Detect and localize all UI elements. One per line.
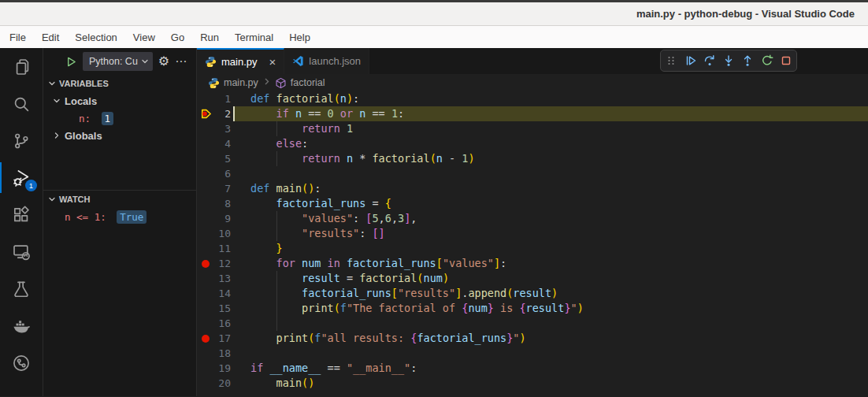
debug-config-dropdown[interactable]: Python: Cu (83, 52, 153, 71)
line-content[interactable]: if __name__ == "__main__": (233, 361, 868, 376)
breakpoint-margin[interactable] (197, 346, 214, 361)
activity-item-extensions[interactable] (0, 196, 43, 233)
breakpoint-margin[interactable] (197, 316, 214, 331)
continue-button[interactable] (682, 52, 699, 69)
breadcrumb-symbol[interactable]: factorial (275, 77, 325, 89)
breakpoint-margin[interactable] (197, 376, 214, 391)
breakpoint-margin[interactable] (197, 301, 214, 316)
menu-item-file[interactable]: File (2, 26, 34, 48)
line-content[interactable]: "values": [5,6,3], (233, 211, 868, 226)
code-line-20[interactable]: 20 main() (197, 376, 868, 391)
step-into-button[interactable] (720, 52, 737, 69)
line-content[interactable]: if n == 0 or n == 1: (233, 106, 868, 121)
menu-item-go[interactable]: Go (163, 26, 192, 48)
code-line-1[interactable]: 1def factorial(n): (197, 91, 868, 106)
code-line-13[interactable]: 13 result = factorial(num) (197, 271, 868, 286)
start-debug-button[interactable] (65, 56, 77, 68)
code-line-17[interactable]: 17 print(f"all results: {factorial_runs}… (197, 331, 868, 346)
breadcrumb-file[interactable]: main.py (208, 77, 258, 89)
watch-section-header[interactable]: WATCH (43, 191, 196, 208)
code-line-4[interactable]: 4 else: (197, 136, 868, 151)
breakpoint-margin[interactable] (197, 166, 214, 181)
code-line-15[interactable]: 15 print(f"The factorial of {num} is {re… (197, 301, 868, 316)
menu-item-help[interactable]: Help (281, 26, 318, 48)
line-content[interactable]: "results": [] (233, 226, 868, 241)
line-content[interactable] (233, 166, 868, 181)
breakpoint-margin[interactable] (197, 211, 214, 226)
activity-item-source-control[interactable] (0, 122, 43, 159)
step-out-button[interactable] (739, 52, 756, 69)
code-line-14[interactable]: 14 factorial_runs["results"].append(resu… (197, 286, 868, 301)
locals-tree-item[interactable]: Locals (43, 92, 196, 109)
line-content[interactable]: def factorial(n): (233, 91, 868, 106)
gear-icon[interactable]: ⚙ (158, 55, 169, 68)
breakpoint-margin[interactable] (197, 196, 214, 211)
variable-row[interactable]: n: 1 (43, 109, 196, 127)
current-frame-breakpoint-icon[interactable] (197, 106, 214, 121)
breakpoint-margin[interactable] (197, 181, 214, 196)
code-line-8[interactable]: 8 factorial_runs = { (197, 196, 868, 211)
breakpoint-margin[interactable] (197, 151, 214, 166)
activity-item-testing[interactable] (0, 270, 43, 307)
activity-item-remote-explorer[interactable] (0, 233, 43, 270)
step-over-button[interactable] (701, 52, 718, 69)
line-content[interactable]: factorial_runs["results"].append(result) (233, 286, 868, 301)
line-content[interactable]: else: (233, 136, 868, 151)
code-line-7[interactable]: 7def main(): (197, 181, 868, 196)
breakpoint-margin[interactable] (197, 121, 214, 136)
line-content[interactable]: } (233, 241, 868, 256)
menu-item-selection[interactable]: Selection (67, 26, 124, 48)
activity-item-run-and-debug[interactable]: 1 (0, 159, 43, 196)
watch-expression-row[interactable]: n <= 1: True (43, 208, 196, 225)
tab-launch.json[interactable]: launch.json (284, 48, 369, 74)
breakpoint-margin[interactable] (197, 271, 214, 286)
menu-item-view[interactable]: View (125, 26, 163, 48)
menu-item-run[interactable]: Run (192, 26, 227, 48)
activity-item-git-graph[interactable] (0, 344, 43, 381)
line-content[interactable]: return 1 (233, 121, 868, 136)
code-line-6[interactable]: 6 (197, 166, 868, 181)
code-line-18[interactable]: 18 (197, 346, 868, 361)
line-content[interactable]: factorial_runs = { (233, 196, 868, 211)
line-content[interactable]: print(f"The factorial of {num} is {resul… (233, 301, 868, 316)
line-content[interactable]: print(f"all results: {factorial_runs}") (233, 331, 868, 346)
line-content[interactable] (233, 346, 868, 361)
close-icon[interactable]: × (269, 55, 276, 69)
line-content[interactable]: for num in factorial_runs["values"]: (233, 256, 868, 271)
code-line-11[interactable]: 11 } (197, 241, 868, 256)
line-content[interactable] (233, 316, 868, 331)
code-line-10[interactable]: 10 "results": [] (197, 226, 868, 241)
code-line-5[interactable]: 5 return n * factorial(n - 1) (197, 151, 868, 166)
activity-item-explorer[interactable] (0, 48, 43, 85)
restart-button[interactable] (759, 52, 776, 69)
breakpoint-margin[interactable] (197, 241, 214, 256)
stop-button[interactable] (777, 52, 795, 69)
breakpoint-icon[interactable] (197, 331, 214, 346)
breakpoint-margin[interactable] (197, 136, 214, 151)
tab-main.py[interactable]: main.py× (197, 48, 284, 74)
globals-tree-item[interactable]: Globals (43, 127, 196, 144)
line-content[interactable]: result = factorial(num) (233, 271, 868, 286)
grip-button[interactable] (662, 52, 680, 69)
code-line-2[interactable]: 2 if n == 0 or n == 1: (197, 106, 868, 121)
code-line-3[interactable]: 3 return 1 (197, 121, 868, 136)
code-line-19[interactable]: 19if __name__ == "__main__": (197, 361, 868, 376)
breakpoint-margin[interactable] (197, 91, 214, 106)
line-content[interactable]: main() (233, 376, 868, 391)
breakpoint-margin[interactable] (197, 361, 214, 376)
breakpoint-margin[interactable] (197, 226, 214, 241)
activity-item-docker[interactable] (0, 307, 43, 344)
line-content[interactable]: def main(): (233, 181, 868, 196)
breakpoint-margin[interactable] (197, 286, 214, 301)
menu-item-edit[interactable]: Edit (34, 26, 67, 48)
activity-item-search[interactable] (0, 85, 43, 122)
line-content[interactable]: return n * factorial(n - 1) (233, 151, 868, 166)
variables-section-header[interactable]: VARIABLES (43, 75, 196, 92)
code-editor[interactable]: 1def factorial(n):2 if n == 0 or n == 1:… (197, 91, 868, 396)
code-line-16[interactable]: 16 (197, 316, 868, 331)
breakpoint-icon[interactable] (197, 256, 214, 271)
code-line-9[interactable]: 9 "values": [5,6,3], (197, 211, 868, 226)
more-actions-icon[interactable]: ⋯ (175, 54, 187, 69)
code-line-12[interactable]: 12 for num in factorial_runs["values"]: (197, 256, 868, 271)
menu-item-terminal[interactable]: Terminal (227, 26, 281, 48)
